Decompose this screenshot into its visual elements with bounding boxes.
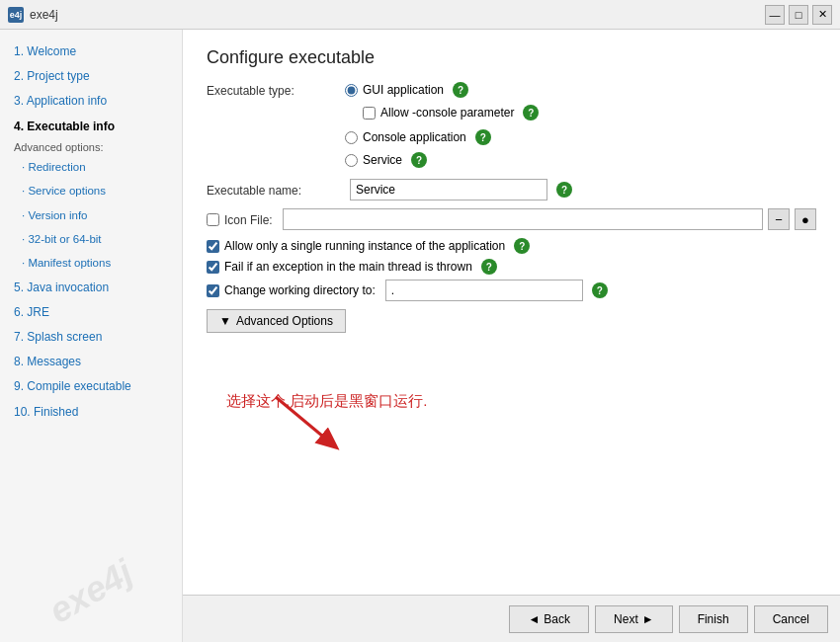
gui-radio-row: GUI application ?	[345, 82, 816, 98]
sidebar-advanced-label: Advanced options:	[0, 139, 182, 155]
working-dir-help-icon[interactable]: ?	[592, 282, 608, 298]
service-radio-row: Service ?	[345, 152, 816, 168]
single-instance-label: Allow only a single running instance of …	[224, 239, 505, 253]
finish-label: Finish	[698, 612, 729, 626]
sidebar-item-manifest-options[interactable]: · Manifest options	[0, 251, 182, 275]
fail-exception-label: Fail if an exception in the main thread …	[224, 260, 472, 274]
single-instance-checkbox[interactable]	[207, 240, 219, 253]
service-help-icon[interactable]: ?	[411, 152, 427, 168]
advanced-options-button[interactable]: ▼ Advanced Options	[207, 309, 346, 333]
allow-console-row: Allow -console parameter ?	[345, 105, 816, 120]
next-button[interactable]: Next ►	[595, 605, 673, 633]
working-dir-input[interactable]	[385, 280, 583, 301]
sidebar-item-finished[interactable]: 10. Finished	[0, 400, 182, 425]
sidebar-item-java-invocation[interactable]: 5. Java invocation	[0, 276, 182, 300]
exec-name-help-icon[interactable]: ?	[556, 182, 572, 198]
sidebar-watermark: exe4j	[2, 528, 180, 642]
sidebar-item-redirection[interactable]: · Redirection	[0, 155, 182, 179]
working-dir-label: Change working directory to:	[224, 283, 376, 297]
service-label: Service	[363, 153, 402, 167]
finish-button[interactable]: Finish	[679, 605, 748, 633]
icon-file-label: Icon File:	[224, 211, 273, 227]
cancel-label: Cancel	[773, 612, 809, 626]
allow-console-help-icon[interactable]: ?	[523, 105, 539, 120]
next-label: Next	[614, 612, 638, 626]
single-instance-row: Allow only a single running instance of …	[207, 238, 816, 254]
console-radio[interactable]	[345, 131, 358, 144]
sidebar-item-32bit-64bit[interactable]: · 32-bit or 64-bit	[0, 227, 182, 251]
sidebar-item-jre[interactable]: 6. JRE	[0, 300, 182, 325]
exec-name-input[interactable]	[350, 179, 547, 201]
annotation-area: 选择这个,启动后是黑窗口运行.	[207, 392, 816, 411]
single-instance-help-icon[interactable]: ?	[514, 238, 530, 254]
gui-help-icon[interactable]: ?	[453, 82, 468, 98]
back-icon: ◄	[528, 612, 540, 626]
window-title: exe4j	[30, 8, 765, 22]
advanced-dropdown-icon: ▼	[219, 314, 231, 328]
advanced-options-label: Advanced Options	[236, 314, 333, 328]
sidebar: 1. Welcome 2. Project type 3. Applicatio…	[0, 30, 183, 642]
fail-exception-help-icon[interactable]: ?	[481, 259, 497, 275]
back-button[interactable]: ◄ Back	[509, 605, 589, 633]
minimize-button[interactable]: —	[765, 5, 785, 25]
app-icon: e4j	[8, 7, 24, 23]
service-radio[interactable]	[345, 154, 358, 167]
cancel-button[interactable]: Cancel	[754, 605, 828, 633]
icon-file-input[interactable]	[283, 208, 763, 230]
bottom-bar: ◄ Back Next ► Finish Cancel	[183, 595, 840, 642]
console-help-icon[interactable]: ?	[475, 129, 491, 145]
sidebar-item-version-info[interactable]: · Version info	[0, 203, 182, 227]
sidebar-item-project-type[interactable]: 2. Project type	[0, 64, 182, 89]
title-bar: e4j exe4j — □ ✕	[0, 0, 840, 30]
sidebar-item-messages[interactable]: 8. Messages	[0, 350, 182, 374]
gui-label: GUI application	[363, 83, 444, 97]
svg-line-1	[276, 397, 335, 446]
fail-exception-row: Fail if an exception in the main thread …	[207, 259, 816, 275]
sidebar-item-service-options[interactable]: · Service options	[0, 179, 182, 202]
sidebar-item-exec-info[interactable]: 4. Executable info	[0, 115, 182, 139]
working-dir-checkbox[interactable]	[207, 284, 219, 297]
allow-console-label: Allow -console parameter	[380, 106, 514, 120]
sidebar-item-app-info[interactable]: 3. Application info	[0, 89, 182, 114]
console-radio-row: Console application ?	[345, 129, 816, 145]
exec-type-label: Executable type:	[207, 82, 345, 98]
fail-exception-checkbox[interactable]	[207, 261, 219, 274]
exec-name-row: Executable name: ?	[207, 179, 816, 201]
annotation-arrow	[266, 392, 384, 461]
sidebar-item-welcome[interactable]: 1. Welcome	[0, 40, 182, 64]
content-area: Configure executable Executable type: GU…	[183, 30, 840, 595]
icon-file-row: Icon File: − ●	[207, 208, 816, 230]
allow-console-checkbox[interactable]	[363, 107, 376, 120]
page-title: Configure executable	[207, 47, 816, 68]
icon-file-checkbox[interactable]	[207, 213, 219, 226]
exec-type-row: Executable type: GUI application ? Allow…	[207, 82, 816, 171]
maximize-button[interactable]: □	[789, 5, 808, 25]
main-content: Configure executable Executable type: GU…	[183, 30, 840, 642]
icon-remove-button[interactable]: −	[768, 208, 790, 230]
sidebar-item-splash-screen[interactable]: 7. Splash screen	[0, 325, 182, 350]
window-controls: — □ ✕	[765, 5, 832, 25]
console-label: Console application	[363, 130, 466, 144]
back-label: Back	[544, 612, 570, 626]
exec-name-label: Executable name:	[207, 182, 345, 198]
next-icon: ►	[642, 612, 654, 626]
sidebar-item-compile[interactable]: 9. Compile executable	[0, 374, 182, 399]
gui-radio[interactable]	[345, 84, 358, 97]
exec-type-controls: GUI application ? Allow -console paramet…	[345, 82, 816, 171]
working-dir-row: Change working directory to: ?	[207, 280, 816, 301]
icon-browse-button[interactable]: ●	[795, 208, 816, 230]
close-button[interactable]: ✕	[812, 5, 832, 25]
